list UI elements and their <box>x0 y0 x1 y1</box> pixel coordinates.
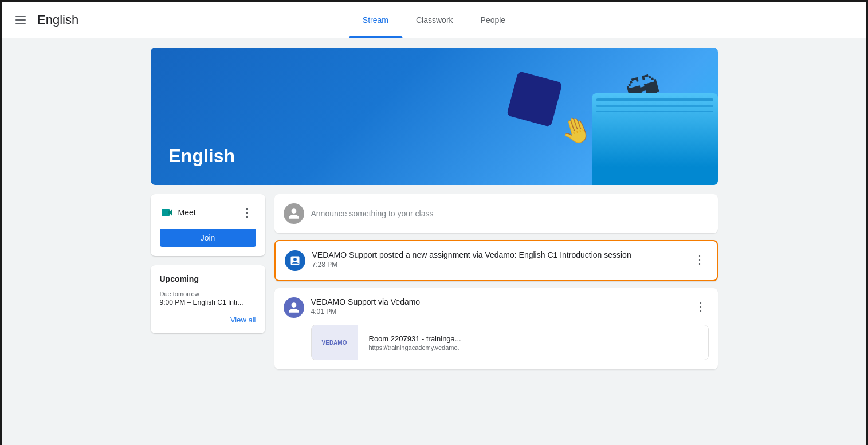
header: English Stream Classwork People <box>2 2 866 38</box>
right-column: Announce something to your class VEDAMO … <box>274 194 718 369</box>
banner-decoration: 🕶 🤚 <box>460 48 718 185</box>
post-link-time: 4:01 PM <box>311 308 686 316</box>
link-url: https://trainingacademy.vedamo. <box>369 344 461 351</box>
announce-placeholder[interactable]: Announce something to your class <box>311 209 709 218</box>
hamburger-menu[interactable] <box>11 11 30 29</box>
post-link-more[interactable]: ⋮ <box>693 297 709 316</box>
upcoming-item: 9:00 PM – English C1 Intr... <box>160 298 256 306</box>
announce-card: Announce something to your class <box>274 194 718 233</box>
post-assignment-more[interactable]: ⋮ <box>692 250 708 269</box>
post-link-avatar <box>284 297 304 318</box>
meet-more-button[interactable]: ⋮ <box>238 203 256 222</box>
tab-classwork[interactable]: Classwork <box>402 2 467 38</box>
join-button[interactable]: Join <box>160 229 256 247</box>
link-preview[interactable]: VEDAMO Room 2207931 - traininga... https… <box>311 325 709 360</box>
deco-hand-icon: 🤚 <box>556 111 595 149</box>
post-assignment: VEDAMO Support posted a new assignment v… <box>274 240 718 281</box>
header-nav: Stream Classwork People <box>349 2 519 38</box>
left-column: Meet ⋮ Join Upcoming Due tomorrow 9:00 P… <box>151 194 265 369</box>
post-link: VEDAMO Support via Vedamo 4:01 PM ⋮ VEDA… <box>274 288 718 369</box>
page-title: English <box>37 13 78 27</box>
link-thumbnail: VEDAMO <box>312 325 358 360</box>
deco-cube <box>506 71 563 127</box>
meet-card: Meet ⋮ Join <box>151 194 265 256</box>
upcoming-card: Upcoming Due tomorrow 9:00 PM – English … <box>151 265 265 333</box>
main-content: 🕶 🤚 English <box>2 38 866 445</box>
view-all-link[interactable]: View all <box>160 316 256 324</box>
header-left: English <box>11 11 78 29</box>
meet-card-header: Meet ⋮ <box>160 203 256 222</box>
tab-people[interactable]: People <box>467 2 520 38</box>
user-avatar <box>284 203 304 224</box>
post-assignment-author: VEDAMO Support posted a new assignment v… <box>312 250 685 259</box>
post-assignment-time: 7:28 PM <box>312 261 685 269</box>
link-info: Room 2207931 - traininga... https://trai… <box>364 325 466 360</box>
meet-label: Meet <box>160 206 196 219</box>
meet-title: Meet <box>178 208 196 217</box>
deco-laptop <box>592 93 718 185</box>
upcoming-due-label: Due tomorrow <box>160 290 256 297</box>
post-link-author: VEDAMO Support via Vedamo <box>311 297 686 306</box>
content-row: Meet ⋮ Join Upcoming Due tomorrow 9:00 P… <box>151 194 718 369</box>
link-title: Room 2207931 - traininga... <box>369 334 461 343</box>
post-assignment-header: VEDAMO Support posted a new assignment v… <box>285 250 708 271</box>
tab-stream[interactable]: Stream <box>349 2 402 38</box>
assignment-icon <box>285 250 305 271</box>
post-link-content: VEDAMO Support via Vedamo 4:01 PM <box>311 297 686 316</box>
meet-icon <box>160 206 174 219</box>
post-link-header: VEDAMO Support via Vedamo 4:01 PM ⋮ <box>284 297 709 318</box>
post-assignment-content: VEDAMO Support posted a new assignment v… <box>312 250 685 269</box>
banner-title: English <box>169 145 235 167</box>
class-banner: 🕶 🤚 English <box>151 48 718 185</box>
upcoming-title: Upcoming <box>160 274 256 283</box>
